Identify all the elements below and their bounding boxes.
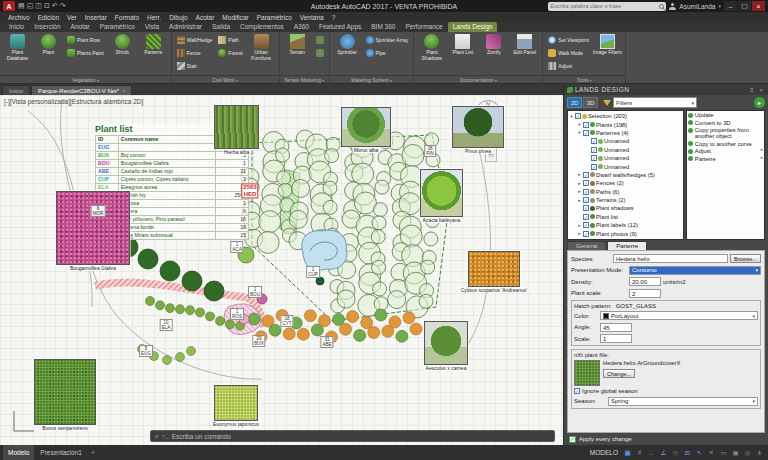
customize-commandline-icon[interactable]: ≡ [155,433,159,440]
action-copy-properties-from-another-object[interactable]: Copy properties from another object [688,127,763,139]
ribbon-tab-param-trico[interactable]: Paramétrico [95,22,140,32]
set-viewpoint-button[interactable]: Set Viewpoint [546,34,590,46]
visibility-checkbox[interactable]: ✓ [583,122,589,128]
image-filters-button[interactable]: Image Filters [593,33,622,56]
signed-in-user[interactable]: AsumiLanda [679,3,715,10]
visibility-checkbox[interactable]: ✓ [583,205,589,211]
menu-formato[interactable]: Formato [111,14,143,21]
visibility-checkbox[interactable]: ✓ [591,155,597,161]
expand-arrow-icon[interactable]: ▸ [577,198,582,203]
menu-modificar[interactable]: Modificar [218,14,252,21]
action-parterre[interactable]: Parterre▸ [688,156,763,162]
maximize-button[interactable]: ▢ [738,1,751,11]
expand-arrow-icon[interactable]: ▸ [761,156,763,161]
ribbon-tab-performance[interactable]: Performance [400,22,447,32]
ribbon-tab-inserci-n[interactable]: Inserción [29,22,65,32]
ribbon-tab-a360[interactable]: A360 [289,22,314,32]
plan-label-aca[interactable]: 1ACA [230,241,243,253]
visibility-checkbox[interactable]: ✓ [583,214,589,220]
ribbon-tab-salida[interactable]: Salida [207,22,235,32]
menu-archivo[interactable]: Archivo [4,14,34,21]
ribbon-tab-complementos[interactable]: Complementos [235,22,289,32]
change-button[interactable]: Change... [603,369,635,378]
sprinkler-button[interactable]: Sprinkler [333,33,362,56]
plants-paint-button[interactable]: Plants Paint [65,47,106,59]
menu-dibujo[interactable]: Dibujo [165,14,191,21]
plan-label-bux[interactable]: 29BUX [252,335,265,347]
plant-row-button[interactable]: Plant Row [65,34,106,46]
ribbon-tab-bim-360[interactable]: BIM 360 [366,22,400,32]
visibility-checkbox[interactable]: ✓ [583,130,589,136]
expand-arrow-icon[interactable]: ▸ [577,231,582,236]
visibility-checkbox[interactable]: ✓ [575,113,581,119]
tree-item-selection-203[interactable]: ▾✓Selection (203) [569,112,682,120]
season-select[interactable]: Spring ▾ [608,397,758,406]
expand-arrow-icon[interactable]: ▸ [761,148,763,153]
wall-hedge-button[interactable]: Wall/Hedge [175,34,215,46]
plan-label-mor[interactable]: 6MOR [91,205,106,217]
open-file-icon[interactable]: ◱ [27,1,34,11]
help-search-box[interactable]: Escriba palabra clave o frase [548,2,666,11]
visibility-checkbox[interactable]: ✓ [583,172,589,178]
command-line[interactable]: ≡ >_ Escriba un comando [150,430,555,442]
walk-mode-button[interactable]: Walk Mode [546,47,590,59]
snap-mode-icon[interactable]: # [634,447,645,458]
sprinkler-array-button[interactable]: Sprinkler Array [364,34,411,46]
plan-label-eug[interactable]: 5EUG [139,345,153,357]
lineweight-icon[interactable]: ▭ [718,447,729,458]
save-icon[interactable]: ◫ [35,1,42,11]
object-snap-icon[interactable]: ⊡ [682,447,693,458]
tree-item-plant-list[interactable]: ✓Plant list [569,213,682,221]
search-icon[interactable] [659,4,664,9]
visibility-checkbox[interactable]: ✓ [591,147,597,153]
stair-button[interactable]: Stair [175,60,215,72]
visibility-checkbox[interactable]: ✓ [591,164,597,170]
object-snap-tracking-icon[interactable]: ↖ [694,447,705,458]
menu-herr[interactable]: Herr. [143,14,165,21]
menu-param-trico[interactable]: Paramétrico [253,14,296,21]
tree-item-plant-photos-9[interactable]: ▸✓Plant photos (9) [569,229,682,237]
species-input[interactable]: Hedera helix [613,254,728,263]
tree-item-dwarf-walls-hedges-5[interactable]: ▸✓Dwarf walls/hedges (5) [569,171,682,179]
visibility-checkbox[interactable]: ✓ [583,189,589,195]
edit-panel-button[interactable]: Edit Panel [510,33,539,56]
file-tab-inicio[interactable]: Inicio [2,85,30,95]
ribbon-tab-anotar[interactable]: Anotar [66,22,95,32]
palette-close-icon[interactable]: × [757,87,765,93]
ortho-mode-icon[interactable]: ∟ [646,447,657,458]
tab-general[interactable]: General [567,241,606,250]
visibility-checkbox[interactable]: ✓ [583,180,589,186]
tree-item-unnamed[interactable]: ✓Unnamed [569,154,682,162]
redo-icon[interactable]: ↷ [60,1,66,11]
selection-cycling-icon[interactable]: ◎ [742,447,753,458]
action-update[interactable]: Update [688,112,763,118]
pipe-button[interactable]: Pipe [364,47,411,59]
tree-item-unnamed[interactable]: ✓Unnamed [569,137,682,145]
plan-label-bou[interactable]: 1BOU [248,286,262,298]
tree-item-plants-198[interactable]: ▾✓Plants (198) [569,120,682,128]
autocad-logo-icon[interactable]: A [3,1,15,11]
presentation-mode-select[interactable]: Contorno ▾ [629,266,761,275]
plant-photo-acacia-baileyana[interactable]: Acacia baileyana [420,169,463,217]
color-select[interactable]: PorLayout ▾ [600,311,758,320]
tree-item-unnamed[interactable]: ✓Unnamed [569,146,682,154]
user-menu-caret-icon[interactable]: ▾ [718,3,721,9]
terrain-button[interactable]: Terrain [283,33,312,56]
plan-label-abe[interactable]: 31ABE [320,336,333,348]
grid-display-icon[interactable]: ▦ [622,447,633,458]
isodraft-icon[interactable]: ◇ [670,447,681,458]
shrub-button[interactable]: Shrub [108,33,137,56]
menu-acotar[interactable]: Acotar [192,14,219,21]
fence-button[interactable]: Fence [175,47,215,59]
action-adjust[interactable]: Adjust▸ [688,148,763,154]
ribbon-tab-inicio[interactable]: Inicio [4,22,29,32]
hatch-pattern-value[interactable]: GOST_GLASS [616,303,656,309]
visibility-checkbox[interactable]: ✓ [583,231,589,237]
parterre-button[interactable]: Parterre [139,33,168,56]
close-tab-icon[interactable]: × [122,86,125,96]
ribbon-tab-lands-design[interactable]: Lands Design [448,22,498,32]
hedera-parterre-shrubs[interactable] [241,130,441,318]
collapse-arrow-icon[interactable]: ▾ [569,114,574,119]
plant-photo-cytisus-scoparius-andreanus[interactable]: Cytisus scoparius 'Andreanus' [468,251,520,287]
plan-label-ros[interactable]: 1ROS [230,308,244,320]
